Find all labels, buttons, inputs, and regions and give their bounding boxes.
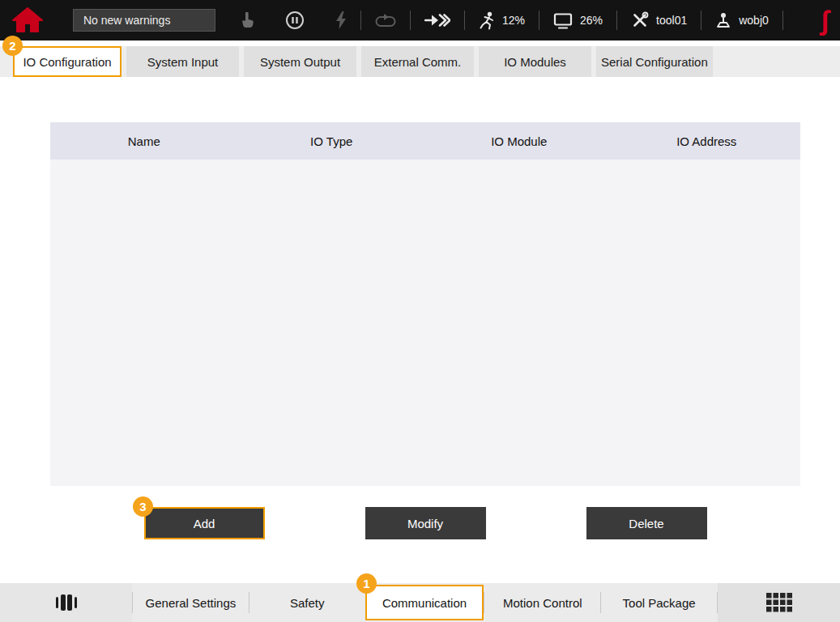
tab-system-input[interactable]: System Input [126, 46, 239, 77]
nav-motion-control[interactable]: Motion Control [484, 583, 600, 622]
tool-name: tool01 [656, 14, 687, 27]
keypad-button[interactable] [718, 583, 840, 622]
wobj-name: wobj0 [739, 14, 769, 27]
divider [410, 11, 411, 30]
step-forward-icon[interactable] [424, 13, 450, 28]
top-status-bar: No new warnings [0, 0, 840, 40]
status-icon-strip: 12% 26% [240, 11, 813, 30]
warning-text: No new warnings [83, 14, 170, 27]
bottom-nav-bar: General Settings Safety Communication Mo… [0, 583, 840, 622]
wobj-icon [715, 12, 731, 28]
divider [464, 11, 465, 30]
keypad-icon [765, 592, 793, 613]
step-badge-2: 2 [2, 36, 23, 56]
home-icon [11, 6, 45, 35]
column-io-type: IO Type [238, 134, 426, 148]
tool-selector[interactable]: tool01 [631, 11, 687, 29]
divider [701, 11, 701, 30]
nav-tool-package[interactable]: Tool Package [601, 583, 717, 622]
nav-communication[interactable]: Communication [365, 585, 484, 620]
divider [539, 11, 539, 30]
home-button[interactable] [8, 3, 47, 37]
table-action-row: Add Modify Delete [50, 507, 800, 539]
wobj-selector[interactable]: wobj0 [715, 12, 769, 28]
io-tab-bar: IO Configuration System Input System Out… [0, 46, 840, 77]
bottom-nav-items: General Settings Safety Communication Mo… [133, 583, 717, 622]
monitor-icon [553, 12, 573, 29]
hand-guide-icon[interactable] [240, 12, 254, 28]
monitor-indicator[interactable]: 26% [553, 12, 603, 29]
program-list-icon [54, 593, 79, 612]
tab-serial-configuration[interactable]: Serial Configuration [596, 46, 713, 77]
power-icon[interactable] [335, 11, 347, 29]
tab-io-modules[interactable]: IO Modules [479, 46, 591, 77]
speed-value: 12% [502, 14, 525, 27]
tab-system-output[interactable]: System Output [244, 46, 356, 77]
program-menu-button[interactable] [0, 583, 132, 622]
delete-button[interactable]: Delete [586, 507, 707, 539]
column-io-address: IO Address [613, 134, 801, 148]
control-icon-group [240, 11, 347, 30]
nav-safety[interactable]: Safety [249, 583, 365, 622]
divider [616, 11, 617, 30]
tool-icon [631, 11, 649, 29]
column-io-module: IO Module [425, 134, 613, 148]
table-body-empty [50, 160, 800, 486]
divider [782, 11, 783, 30]
add-button[interactable]: Add [144, 507, 265, 539]
tab-io-configuration[interactable]: IO Configuration [13, 46, 122, 77]
speed-indicator[interactable]: 12% [479, 11, 525, 30]
brand-logo-icon: ∫ [821, 6, 829, 34]
monitor-value: 26% [580, 14, 603, 27]
robot-pendant-screen: No new warnings [0, 0, 840, 622]
divider [360, 11, 361, 30]
step-badge-3: 3 [133, 496, 153, 517]
tab-external-comm[interactable]: External Comm. [361, 46, 474, 77]
table-header: Name IO Type IO Module IO Address [50, 122, 800, 160]
step-badge-1: 1 [356, 573, 377, 594]
nav-general-settings[interactable]: General Settings [133, 583, 249, 622]
modify-button[interactable]: Modify [365, 507, 486, 539]
warning-status-box[interactable]: No new warnings [73, 9, 215, 32]
pause-icon[interactable] [285, 11, 305, 30]
column-name: Name [50, 134, 238, 148]
loop-run-icon[interactable] [375, 13, 396, 28]
speed-icon [479, 11, 495, 30]
